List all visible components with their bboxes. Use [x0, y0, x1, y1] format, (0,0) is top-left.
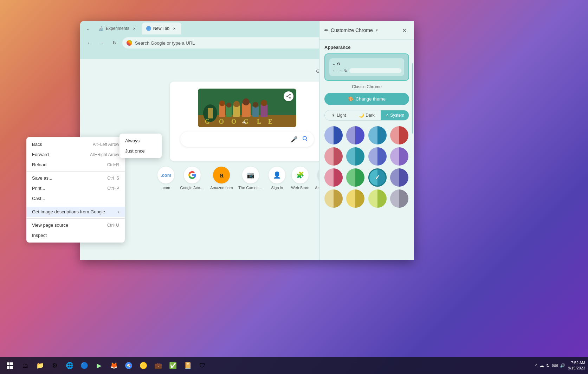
theme-preview: ⌄ ⊙ ← → ↻: [324, 53, 409, 81]
taskbar-settings[interactable]: ⚙: [48, 359, 62, 373]
swatch-6[interactable]: [346, 147, 364, 166]
swatch-14[interactable]: [346, 189, 364, 208]
taskbar: 🗂 📁 ⚙ 🌐 🔵 ▶ 🦊 🟡 💼 ✅ 📔 🛡 ^ ☁ ↻ ⌨ 🔊 7:52 A…: [0, 357, 588, 374]
taskbar-app-yellow[interactable]: 🟡: [136, 359, 150, 373]
taskbar-wifi-icon[interactable]: ☁: [539, 363, 544, 368]
svg-point-24: [243, 98, 250, 105]
panel-close-button[interactable]: ✕: [399, 25, 409, 35]
taskbar-firefox[interactable]: 🦊: [107, 359, 121, 373]
theme-preview-inner: ⌄ ⊙ ← → ↻: [329, 58, 404, 76]
taskbar-terminal[interactable]: ▶: [92, 359, 106, 373]
taskbar-shield[interactable]: 🛡: [195, 359, 209, 373]
taskbar-check[interactable]: ✅: [166, 359, 180, 373]
print-shortcut: Ctrl+P: [107, 186, 119, 191]
address-bar[interactable]: Search Google or type a URL: [122, 37, 350, 49]
tab-list-chevron[interactable]: ⌄: [83, 24, 93, 33]
tab-newtab[interactable]: New Tab ✕: [142, 22, 181, 34]
context-menu-forward[interactable]: Forward Alt+Right Arrow: [26, 149, 125, 160]
swatch-13[interactable]: [324, 189, 343, 208]
menu-separator-3: [26, 218, 125, 219]
submenu-always[interactable]: Always: [119, 136, 162, 146]
context-menu-cast[interactable]: Cast...: [26, 193, 125, 204]
shortcut-webstore[interactable]: 🧩 Web Store: [291, 167, 309, 190]
taskbar-clock[interactable]: 7:52 AM 9/15/2023: [568, 360, 585, 371]
svg-rect-19: [226, 106, 232, 117]
panel-dropdown-icon[interactable]: ▾: [376, 28, 378, 33]
svg-rect-42: [305, 140, 307, 141]
cast-label: Cast...: [32, 196, 45, 201]
context-menu-print[interactable]: Print... Ctrl+P: [26, 183, 125, 193]
svg-rect-25: [252, 106, 259, 117]
tab-experiments-close[interactable]: ✕: [131, 26, 137, 31]
inspect-label: Inspect: [32, 233, 47, 238]
swatch-7[interactable]: [368, 147, 387, 166]
taskbar-keyboard-icon[interactable]: ⌨: [552, 363, 558, 368]
reload-button[interactable]: ↻: [110, 38, 119, 48]
forward-button[interactable]: →: [97, 38, 107, 48]
print-label: Print...: [32, 186, 45, 191]
start-button[interactable]: [3, 359, 17, 373]
google-doodle[interactable]: G O O G L E ✳: [198, 89, 296, 127]
shortcut-amazon[interactable]: a Amazon.com: [210, 167, 233, 190]
tab-newtab-close[interactable]: ✕: [172, 26, 177, 31]
taskbar-app-blue[interactable]: 🔵: [77, 359, 91, 373]
panel-scrollbar[interactable]: [412, 63, 413, 253]
svg-point-41: [303, 136, 306, 140]
taskbar-briefcase[interactable]: 💼: [151, 359, 165, 373]
svg-text:L: L: [257, 118, 261, 125]
shortcut-google-account[interactable]: Google Acco...: [180, 167, 205, 190]
tab-experiments[interactable]: 🔬 Experiments ✕: [94, 22, 141, 34]
back-button[interactable]: ←: [84, 38, 94, 48]
swatch-16[interactable]: [390, 189, 408, 208]
context-menu-back[interactable]: Back Alt+Left Arrow: [26, 139, 125, 149]
svg-rect-27: [260, 104, 267, 117]
taskbar-up-icon[interactable]: ^: [535, 363, 537, 368]
taskbar-notes[interactable]: 📔: [181, 359, 195, 373]
save-label: Save as...: [32, 175, 52, 181]
taskbar-file-explorer[interactable]: 🗂: [18, 359, 32, 373]
shortcut-dotcom[interactable]: .com .com: [157, 167, 174, 190]
mini-down-icon: ⌄: [332, 61, 336, 66]
taskbar-volume-icon[interactable]: 🔊: [560, 363, 565, 368]
taskbar-folder[interactable]: 📁: [33, 359, 47, 373]
dark-mode-button[interactable]: 🌙 Dark: [353, 110, 381, 120]
shortcut-camerizer[interactable]: 📷 The Camerizer: [238, 167, 263, 190]
swatch-5[interactable]: [324, 147, 343, 166]
taskbar-edge[interactable]: 🌐: [63, 359, 77, 373]
swatch-1[interactable]: [324, 126, 343, 144]
swatch-12[interactable]: [390, 168, 408, 187]
submenu-just-once[interactable]: Just once: [119, 146, 162, 156]
doodle-container: G O O G L E ✳ 🎤: [170, 82, 324, 161]
svg-point-20: [226, 103, 231, 108]
system-mode-button[interactable]: ✓ System: [381, 110, 409, 120]
search-bar[interactable]: 🎤: [180, 131, 314, 147]
swatch-9[interactable]: [324, 168, 343, 187]
swatch-3[interactable]: [368, 126, 387, 144]
swatch-4[interactable]: [390, 126, 408, 144]
search-lens-icon[interactable]: [302, 135, 308, 143]
change-theme-button[interactable]: 🎨 Change theme: [324, 93, 409, 105]
google-icon: [127, 40, 132, 46]
context-menu-inspect[interactable]: Inspect: [26, 230, 125, 240]
shortcut-signin[interactable]: 👤 Sign in: [269, 167, 285, 190]
search-mic-icon[interactable]: 🎤: [291, 136, 298, 143]
image-desc-label: Get image descriptions from Google: [32, 209, 105, 214]
svg-text:E: E: [268, 118, 272, 125]
context-menu-image-descriptions[interactable]: Get image descriptions from Google ›: [26, 207, 125, 217]
taskbar-right: ^ ☁ ↻ ⌨ 🔊 7:52 AM 9/15/2023: [535, 360, 585, 371]
doodle-share-button[interactable]: [284, 91, 293, 101]
context-menu-reload[interactable]: Reload Ctrl+R: [26, 160, 125, 170]
swatch-10[interactable]: [346, 168, 364, 187]
swatch-8[interactable]: [390, 147, 408, 166]
color-swatch-grid: [324, 126, 409, 208]
swatch-2[interactable]: [346, 126, 364, 144]
taskbar-chrome[interactable]: [122, 359, 136, 373]
taskbar-refresh-icon[interactable]: ↻: [546, 363, 550, 368]
svg-text:O: O: [219, 118, 224, 125]
svg-rect-16: [208, 108, 213, 118]
swatch-15[interactable]: [368, 189, 387, 208]
context-menu-view-source[interactable]: View page source Ctrl+U: [26, 220, 125, 230]
context-menu-save[interactable]: Save as... Ctrl+S: [26, 173, 125, 183]
light-mode-button[interactable]: ☀ Light: [325, 110, 353, 120]
swatch-11[interactable]: [368, 168, 387, 187]
